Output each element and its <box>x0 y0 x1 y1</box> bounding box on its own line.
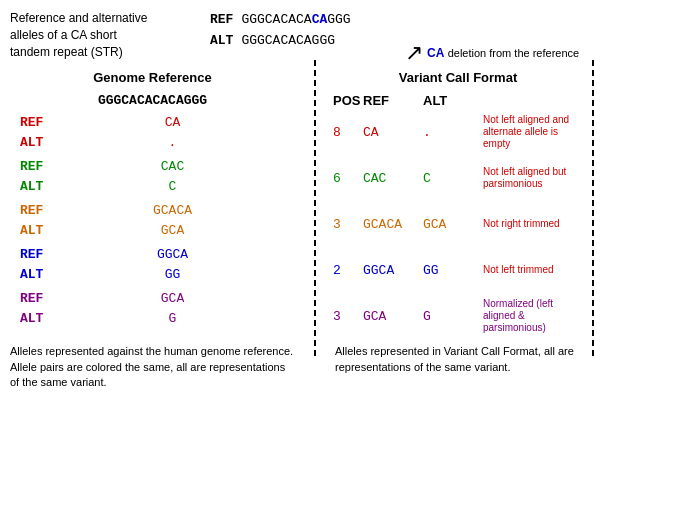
vcf-row5-pos: 3 <box>333 309 363 324</box>
vcf-row3-pos: 3 <box>333 217 363 232</box>
vcf-note-3: Not right trimmed <box>483 218 583 230</box>
vcf-group-3-data: 3 GCACA GCA <box>333 217 478 232</box>
vcf-row5-alt: G <box>423 309 473 324</box>
row5-alt-label: ALT <box>10 309 50 329</box>
allele-row-4-ref: REF GGCA <box>10 244 295 264</box>
row5-alt-seq: G <box>50 309 295 329</box>
row3-alt-seq: GCA <box>50 221 295 241</box>
allele-row-3-alt: ALT GCA <box>10 220 295 240</box>
row3-ref-label: REF <box>10 201 50 221</box>
vcf-col-pos: POS <box>333 93 363 108</box>
allele-row-1-alt: ALT . <box>10 132 295 152</box>
vcf-group-3: 3 GCACA GCA Not right trimmed <box>333 204 583 244</box>
row1-ref-label: REF <box>10 113 50 133</box>
row2-alt-label: ALT <box>10 177 50 197</box>
row4-alt-seq: GG <box>50 265 295 285</box>
vcf-group-4: 2 GGCA GG Not left trimmed <box>333 250 583 290</box>
bottom-right-note: Alleles represented in Variant Call Form… <box>305 344 585 390</box>
ca-deletion-note: CA deletion from the reference <box>427 46 579 60</box>
main-content: Genome Reference GGGCACACACAGGG REF CA A… <box>10 70 690 336</box>
row1-alt-seq: . <box>50 133 295 153</box>
left-dashed-line <box>314 60 316 356</box>
vcf-group-5-data: 3 GCA G <box>333 309 478 324</box>
vcf-col-alt: ALT <box>423 93 473 108</box>
header-alleles: REF GGGCACACACAGGG ALT GGGCACACAGGG <box>210 10 351 52</box>
right-divider <box>583 70 601 336</box>
vcf-note-5: Normalized (left aligned & parsimonious) <box>483 298 583 334</box>
vcf-group-5: 3 GCA G Normalized (left aligned & parsi… <box>333 296 583 336</box>
row1-alt-label: ALT <box>10 133 50 153</box>
allele-row-4-alt: ALT GG <box>10 264 295 284</box>
header-desc-line3: tandem repeat (STR) <box>10 45 123 59</box>
genome-ref-title: Genome Reference <box>10 70 295 85</box>
row5-ref-label: REF <box>10 289 50 309</box>
allele-row-2-ref: REF CAC <box>10 156 295 176</box>
allele-row-3-ref: REF GCACA <box>10 200 295 220</box>
row4-ref-seq: GGCA <box>50 245 295 265</box>
genome-sequence: GGGCACACACAGGG <box>10 93 295 108</box>
allele-row-2-alt: ALT C <box>10 176 295 196</box>
vcf-row2-pos: 6 <box>333 171 363 186</box>
alt-seq: GGGCACACAGGG <box>241 31 335 52</box>
vcf-row2-ref: CAC <box>363 171 423 186</box>
vcf-row1-ref: CA <box>363 125 423 140</box>
right-dashed-line <box>592 60 594 356</box>
vcf-note-2: Not left aligned but parsimonious <box>483 166 583 190</box>
deletion-note-text: deletion from the reference <box>448 47 579 59</box>
allele-row-5-alt: ALT G <box>10 308 295 328</box>
vcf-group-1: 8 CA . Not left aligned and alternate al… <box>333 112 583 152</box>
left-divider <box>305 70 323 336</box>
ref-label: REF <box>210 10 233 31</box>
vcf-note-1: Not left aligned and alternate allele is… <box>483 114 583 150</box>
header-description: Reference and alternative alleles of a C… <box>10 10 200 60</box>
row4-alt-label: ALT <box>10 265 50 285</box>
vcf-group-4-data: 2 GGCA GG <box>333 263 478 278</box>
main-container: Reference and alternative alleles of a C… <box>0 0 700 525</box>
vcf-row3-ref: GCACA <box>363 217 423 232</box>
arrow-icon: ↗ <box>405 42 423 64</box>
row2-ref-seq: CAC <box>50 157 295 177</box>
vcf-row2-alt: C <box>423 171 473 186</box>
alt-label: ALT <box>210 31 233 52</box>
ca-deletion-area: ↗ CA deletion from the reference <box>405 42 579 64</box>
vcf-row4-ref: GGCA <box>363 263 423 278</box>
header-section: Reference and alternative alleles of a C… <box>10 10 690 60</box>
row2-ref-label: REF <box>10 157 50 177</box>
ca-bold: CA <box>427 46 444 60</box>
vcf-title: Variant Call Format <box>333 70 583 85</box>
allele-row-1-ref: REF CA <box>10 112 295 132</box>
row3-ref-seq: GCACA <box>50 201 295 221</box>
bottom-notes: Alleles represented against the human ge… <box>10 344 690 390</box>
genome-reference-panel: Genome Reference GGGCACACACAGGG REF CA A… <box>10 70 305 336</box>
ca-deletion-arrow-row: ↗ CA deletion from the reference <box>405 42 579 64</box>
vcf-group-2: 6 CAC C Not left aligned but parsimoniou… <box>333 158 583 198</box>
ref-allele-line: REF GGGCACACACAGGG <box>210 10 351 31</box>
vcf-column-headers: POS REF ALT <box>333 93 583 108</box>
vcf-group-2-data: 6 CAC C <box>333 171 478 186</box>
alt-allele-line: ALT GGGCACACAGGG <box>210 31 351 52</box>
ref-seq-before: GGGCACACA <box>241 10 311 31</box>
vcf-row1-alt: . <box>423 125 473 140</box>
bottom-left-note: Alleles represented against the human ge… <box>10 344 305 390</box>
row5-ref-seq: GCA <box>50 289 295 309</box>
vcf-col-ref: REF <box>363 93 423 108</box>
allele-row-5-ref: REF GCA <box>10 288 295 308</box>
vcf-row4-alt: GG <box>423 263 473 278</box>
row4-ref-label: REF <box>10 245 50 265</box>
vcf-note-4: Not left trimmed <box>483 264 583 276</box>
vcf-row4-pos: 2 <box>333 263 363 278</box>
row1-ref-seq: CA <box>50 113 295 133</box>
vcf-row3-alt: GCA <box>423 217 473 232</box>
vcf-row5-ref: GCA <box>363 309 423 324</box>
row2-alt-seq: C <box>50 177 295 197</box>
vcf-group-1-data: 8 CA . <box>333 125 478 140</box>
header-desc-text: Reference and alternative <box>10 11 147 25</box>
header-desc-line2: alleles of a CA short <box>10 28 117 42</box>
row3-alt-label: ALT <box>10 221 50 241</box>
ref-seq-after: GGG <box>327 10 350 31</box>
ref-seq-highlight: CA <box>312 10 328 31</box>
vcf-panel: Variant Call Format POS REF ALT 8 CA . N… <box>323 70 583 336</box>
vcf-row1-pos: 8 <box>333 125 363 140</box>
